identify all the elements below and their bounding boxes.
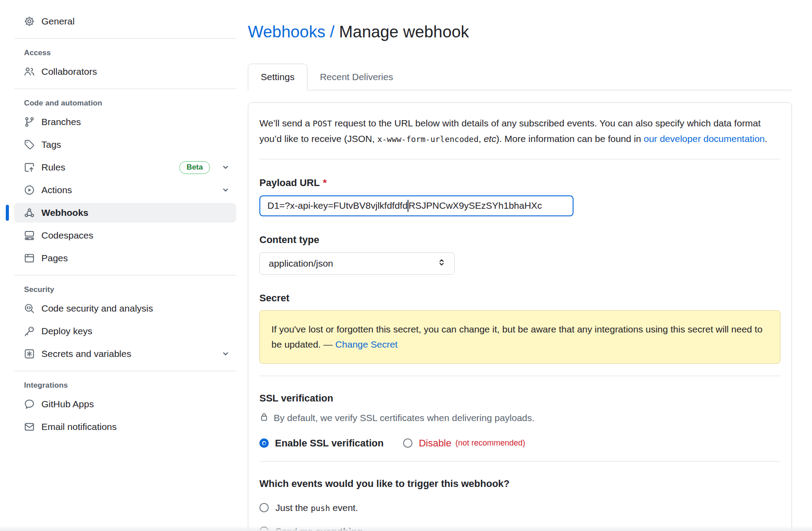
sidebar-item-tags[interactable]: Tags — [14, 135, 236, 154]
disable-ssl-note: (not recommended) — [456, 438, 525, 448]
push-event-radio[interactable] — [259, 503, 269, 512]
codespaces-icon — [24, 230, 35, 241]
sidebar-item-actions[interactable]: Actions — [14, 180, 236, 200]
sidebar-item-label: Collaborators — [41, 66, 230, 77]
gear-icon — [24, 16, 35, 27]
sidebar-item-label: Email notifications — [41, 422, 230, 432]
sidebar-item-branches[interactable]: Branches — [14, 112, 236, 132]
sidebar-item-label: Branches — [41, 117, 230, 127]
sidebar-divider — [14, 371, 236, 371]
chevron-down-icon — [221, 349, 230, 358]
people-icon — [24, 66, 35, 77]
tab-bar: Settings Recent Deliveries — [248, 64, 792, 90]
section-divider — [259, 376, 780, 376]
chevron-down-icon — [221, 186, 230, 195]
intro-text: ). More information can be found in — [496, 134, 644, 144]
section-divider — [259, 159, 780, 159]
sidebar-item-label: Pages — [41, 253, 230, 263]
sidebar-item-label: Webhooks — [41, 207, 230, 218]
sidebar-item-label: Tags — [41, 139, 230, 150]
disable-ssl-label[interactable]: Disable — [419, 438, 451, 449]
event-text-part: Send me — [275, 526, 315, 531]
sidebar-item-rules[interactable]: Rules Beta — [14, 158, 236, 177]
sidebar-divider — [14, 275, 236, 276]
secret-warning-box: If you've lost or forgotten this secret,… — [259, 310, 780, 364]
change-secret-link[interactable]: Change Secret — [335, 339, 398, 349]
sidebar-group-security: Security — [14, 283, 236, 299]
key-icon — [24, 326, 35, 336]
sidebar-divider — [14, 89, 236, 89]
content-type-value: application/json — [269, 258, 333, 269]
intro-text: We’ll send a — [259, 118, 313, 128]
sidebar-item-label: Actions — [41, 185, 214, 195]
beta-badge: Beta — [179, 161, 210, 174]
event-text-part: event. — [330, 503, 358, 513]
sidebar-group-integrations: Integrations — [14, 378, 236, 394]
sidebar-item-label: GitHub Apps — [41, 399, 230, 409]
app-bubble-icon — [24, 399, 35, 409]
etc-italic: etc — [484, 134, 496, 144]
enable-ssl-radio[interactable] — [259, 438, 269, 448]
sidebar-item-codespaces[interactable]: Codespaces — [14, 226, 236, 245]
sidebar-item-label: Codespaces — [41, 230, 230, 241]
sidebar-item-github-apps[interactable]: GitHub Apps — [14, 394, 236, 414]
main-content: Webhooks / Manage webhook Settings Recen… — [236, 0, 812, 531]
webhook-form-panel: We’ll send a POST request to the URL bel… — [248, 102, 792, 531]
everything-event-radio[interactable] — [259, 527, 269, 531]
unfold-icon — [437, 258, 446, 269]
sidebar-item-label: Deploy keys — [41, 326, 230, 336]
sidebar-item-email-notifications[interactable]: Email notifications — [14, 417, 236, 437]
webhook-description: We’ll send a POST request to the URL bel… — [259, 116, 776, 147]
page-title: Webhooks / Manage webhook — [248, 22, 792, 42]
enable-ssl-label[interactable]: Enable SSL verification — [275, 438, 384, 449]
payload-url-value: D1=?x-api-key=FUtvBV8vjlkfdfdfd — [267, 200, 408, 211]
payload-url-label-text: Payload URL — [259, 177, 320, 188]
content-type-select[interactable]: application/json — [259, 252, 455, 275]
sidebar-item-collaborators[interactable]: Collaborators — [14, 62, 236, 81]
sidebar-divider — [14, 38, 236, 39]
ssl-description: By default, we verify SSL certificates w… — [259, 412, 780, 424]
everything-event-label: Send me everything. — [275, 526, 365, 531]
sidebar-item-deploy-keys[interactable]: Deploy keys — [14, 321, 236, 341]
sidebar-item-code-security[interactable]: Code security and analysis — [14, 299, 236, 318]
required-asterisk: * — [323, 177, 327, 188]
event-option-everything[interactable]: Send me everything. — [259, 526, 780, 531]
tag-icon — [24, 139, 35, 150]
sidebar-item-label: Rules — [41, 162, 173, 173]
lock-icon — [259, 412, 269, 424]
intro-text: , — [479, 134, 484, 144]
asterisk-box-icon — [24, 349, 35, 359]
sidebar-item-webhooks[interactable]: Webhooks — [14, 203, 236, 223]
webhook-icon — [24, 207, 35, 218]
settings-page: General Access Collaborators Code and au… — [0, 0, 812, 531]
sidebar-item-secrets-variables[interactable]: Secrets and variables — [14, 344, 236, 364]
page-title-text: Manage webhook — [339, 23, 469, 41]
payload-url-input[interactable]: D1=?x-api-key=FUtvBV8vjlkfdfdfdRSJPNCwX9… — [259, 195, 574, 216]
rules-icon — [24, 162, 35, 173]
post-code: POST — [313, 119, 332, 128]
event-text-part: . — [363, 526, 365, 531]
play-circle-icon — [24, 185, 35, 195]
mail-icon — [24, 422, 35, 432]
tab-recent-deliveries[interactable]: Recent Deliveries — [307, 64, 406, 90]
ssl-verification-heading: SSL verification — [259, 393, 780, 404]
disable-ssl-radio[interactable] — [403, 438, 412, 448]
sidebar-item-general[interactable]: General — [14, 12, 236, 31]
push-code: push — [311, 503, 330, 513]
event-option-push[interactable]: Just the push event. — [259, 503, 780, 513]
sidebar-group-access: Access — [14, 46, 236, 62]
developer-documentation-link[interactable]: our developer documentation — [644, 134, 765, 144]
sidebar-item-label: General — [41, 16, 230, 27]
sidebar-item-pages[interactable]: Pages — [14, 248, 236, 268]
everything-bold: everything — [315, 526, 363, 531]
sidebar-item-label: Code security and analysis — [41, 303, 230, 314]
git-branch-icon — [24, 117, 35, 127]
intro-text: . — [765, 134, 768, 144]
webhooks-breadcrumb-link[interactable]: Webhooks / — [248, 23, 335, 41]
chevron-down-icon — [221, 163, 230, 172]
urlencoded-code: x-www-form-urlencoded — [377, 134, 479, 144]
tab-settings[interactable]: Settings — [248, 64, 307, 90]
push-event-label: Just the push event. — [275, 503, 358, 513]
sidebar-group-code-automation: Code and automation — [14, 96, 236, 112]
ssl-radio-group: Enable SSL verification Disable (not rec… — [259, 438, 780, 449]
